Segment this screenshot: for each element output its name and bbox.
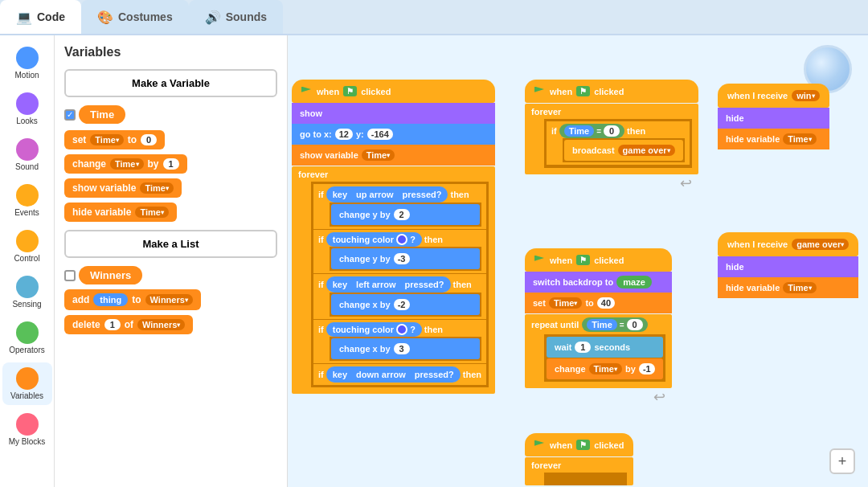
- hide-variable-row: hide variable Time: [64, 203, 277, 222]
- tab-costumes-label: Costumes: [118, 10, 173, 23]
- tab-code-label: Code: [37, 10, 65, 23]
- forever-block-3[interactable]: forever: [525, 457, 633, 485]
- tab-sounds-label: Sounds: [226, 10, 267, 23]
- hat-receive-win[interactable]: when I receive win: [718, 84, 829, 108]
- sidebar-label-sound: Sound: [15, 162, 39, 171]
- hide-var-time-1[interactable]: hide variable Time: [718, 129, 829, 149]
- flag-badge-1: ⚑: [343, 86, 357, 96]
- time-variable-oval[interactable]: Time: [79, 105, 125, 124]
- if-time-zero[interactable]: if Time = 0 then broadcast game over: [547, 121, 690, 165]
- hat-when-flag-3[interactable]: when ⚑ clicked: [525, 248, 672, 272]
- set-time-block[interactable]: set Time to 0: [64, 130, 165, 149]
- to-label: to: [128, 134, 137, 145]
- sidebar-item-sensing[interactable]: Sensing: [2, 271, 52, 313]
- sidebar-item-myblocks[interactable]: My Blocks: [2, 408, 52, 451]
- switch-backdrop-block[interactable]: switch backdrop to maze: [525, 272, 672, 293]
- if-down-arrow[interactable]: if key down arrow pressed? then: [313, 364, 486, 385]
- change-time-dropdown[interactable]: Time: [110, 158, 143, 170]
- goto-block[interactable]: go to x: 12 y: -164: [292, 124, 495, 145]
- time-dropdown[interactable]: Time: [90, 134, 123, 145]
- change-block-row: change Time by 1: [64, 154, 277, 174]
- show-time-dropdown[interactable]: Time: [140, 182, 173, 194]
- show-block[interactable]: show: [292, 103, 495, 124]
- hide-block-1[interactable]: hide: [718, 108, 829, 129]
- hide-variable-block[interactable]: hide variable Time: [64, 203, 177, 222]
- thing-oval[interactable]: thing: [93, 293, 128, 306]
- hat-when-flag-1[interactable]: when ⚑ clicked: [292, 80, 495, 103]
- set-time-40-block[interactable]: set Time to 40: [525, 293, 672, 313]
- color-circle-1: [396, 234, 407, 245]
- sidebar-item-sound[interactable]: Sound: [2, 133, 52, 176]
- forever-block-1[interactable]: forever if key up arrow pressed? then ch…: [292, 166, 495, 394]
- delete-winners-dropdown[interactable]: Winners: [137, 319, 185, 330]
- change-y-2[interactable]: change y by 2: [331, 204, 480, 225]
- sidebar-item-events[interactable]: Events: [2, 179, 52, 222]
- change-time-block[interactable]: change Time by 1: [64, 154, 187, 174]
- sidebar-label-variables: Variables: [10, 391, 43, 400]
- script-group-5: when I receive game over hide hide varia…: [718, 232, 858, 298]
- sidebar-item-looks[interactable]: Looks: [2, 88, 52, 130]
- hide-var-time-2[interactable]: hide variable Time: [718, 277, 858, 298]
- delete-block-row: delete 1 of Winners: [64, 315, 277, 334]
- flag-badge-4: ⚑: [576, 440, 590, 450]
- forever-block-2[interactable]: forever if Time = 0 then broadcast game …: [525, 104, 698, 174]
- delete-label: delete: [72, 319, 100, 330]
- hat-when-flag-4[interactable]: when ⚑ clicked: [525, 433, 633, 456]
- change-y-neg3[interactable]: change y by -3: [331, 248, 480, 269]
- tab-sounds[interactable]: 🔊 Sounds: [189, 0, 283, 34]
- sidebar-item-motion[interactable]: Motion: [2, 42, 52, 84]
- hide-time-dropdown[interactable]: Time: [135, 207, 168, 218]
- show-var-time-block[interactable]: show variable Time: [292, 145, 495, 166]
- broadcast-game-over[interactable]: broadcast game over: [564, 140, 683, 161]
- winners-checkbox[interactable]: [64, 270, 76, 281]
- change-time-neg1-block[interactable]: change Time by -1: [547, 358, 663, 379]
- change-x-3[interactable]: change x by 3: [331, 338, 480, 359]
- time-checkbox[interactable]: ✓: [64, 109, 76, 121]
- sensing-dot: [16, 276, 39, 298]
- hide-block-2[interactable]: hide: [718, 256, 858, 277]
- if-left-arrow[interactable]: if key left arrow pressed? then change x…: [313, 274, 486, 319]
- make-list-button[interactable]: Make a List: [64, 230, 277, 258]
- delete-value[interactable]: 1: [104, 319, 121, 330]
- winners-variable-row: Winners: [64, 266, 277, 284]
- tab-costumes[interactable]: 🎨 Costumes: [81, 0, 189, 34]
- sidebar-item-operators[interactable]: Operators: [2, 317, 52, 359]
- add-block-row: add thing to Winners: [64, 289, 277, 310]
- sidebar-item-variables[interactable]: Variables: [2, 362, 52, 405]
- events-dot: [16, 184, 39, 207]
- if-up-arrow[interactable]: if key up arrow pressed? then change y b…: [313, 184, 486, 229]
- sound-dot: [16, 138, 39, 161]
- repeat-until-block[interactable]: repeat until Time = 0 wait 1 seconds cha…: [525, 314, 672, 388]
- code-canvas[interactable]: when ⚑ clicked show go to x: 12 y: -164 …: [288, 35, 868, 487]
- change-value[interactable]: 1: [163, 158, 179, 170]
- header: 💻 Code 🎨 Costumes 🔊 Sounds: [0, 0, 868, 35]
- hat-receive-game-over[interactable]: when I receive game over: [718, 232, 858, 256]
- if-touching-color-1[interactable]: if touching color ? then change y by -3: [313, 230, 486, 273]
- add-winners-block[interactable]: add thing to Winners: [64, 289, 201, 310]
- hat-when-flag-2[interactable]: when ⚑ clicked: [525, 80, 698, 103]
- change-label: change: [72, 158, 106, 170]
- sidebar-label-operators: Operators: [9, 346, 44, 354]
- color-circle-2: [396, 324, 407, 335]
- costumes-icon: 🎨: [97, 10, 113, 25]
- wait-1-sec-block[interactable]: wait 1 seconds: [547, 337, 663, 358]
- loop-arrow-1: ↩: [525, 174, 692, 192]
- category-sidebar: Motion Looks Sound Events Control Sensin…: [0, 35, 55, 487]
- variables-panel: Variables Make a Variable ✓ Time set Tim…: [55, 35, 288, 487]
- winners-variable-oval[interactable]: Winners: [79, 266, 142, 284]
- sidebar-label-motion: Motion: [14, 71, 39, 80]
- if-touching-color-2[interactable]: if touching color ? then change x by 3: [313, 320, 486, 363]
- winners-dropdown[interactable]: Winners: [145, 294, 193, 305]
- operators-dot: [16, 321, 39, 344]
- zoom-in-button[interactable]: +: [829, 448, 855, 474]
- delete-winners-block[interactable]: delete 1 of Winners: [64, 315, 193, 334]
- of-label: of: [125, 319, 133, 330]
- set-value[interactable]: 0: [141, 134, 157, 145]
- make-variable-button[interactable]: Make a Variable: [64, 69, 277, 97]
- tab-code[interactable]: 💻 Code: [0, 0, 81, 34]
- change-x-neg2[interactable]: change x by -2: [331, 294, 480, 315]
- set-label: set: [72, 134, 86, 145]
- sidebar-item-control[interactable]: Control: [2, 225, 52, 268]
- main-layout: Motion Looks Sound Events Control Sensin…: [0, 35, 868, 487]
- show-variable-block[interactable]: show variable Time: [64, 178, 182, 198]
